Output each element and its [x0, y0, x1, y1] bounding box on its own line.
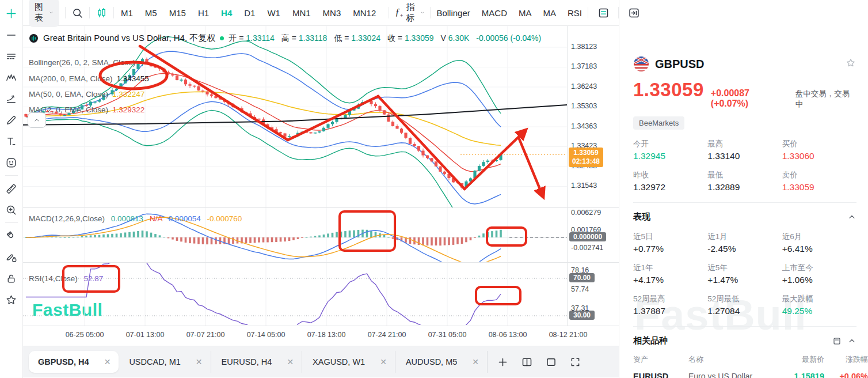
brush-icon[interactable]	[4, 112, 19, 127]
indicator-shortcuts: BollingerMACDMAMARSI	[436, 8, 582, 18]
trading-app: 图表 M1M5M15H1H4D1W1MN1MN3MN12 ƒ+ 指标 Bolli…	[0, 0, 868, 378]
chevron-up-icon[interactable]	[847, 213, 856, 222]
timeframe-mn3[interactable]: MN3	[322, 7, 342, 19]
split-layout-icon[interactable]	[519, 354, 535, 370]
related-table: 资产名称最新价涨跌幅EURUSDEuro vs US Dollar1.15819…	[633, 352, 856, 378]
chart-tabs-bar: GBPUSD, H4✕USDCAD, M1✕EURUSD, H4✕XAGUSD,…	[23, 346, 619, 377]
related-title: 相关品种	[633, 335, 668, 346]
drawing-toolbar	[0, 0, 23, 378]
text-icon[interactable]	[4, 134, 19, 149]
collapse-legend-button[interactable]	[28, 112, 46, 128]
price-axis-tick: 1.38123	[571, 43, 597, 51]
chart-tab-audusd[interactable]: AUDUSD, M5✕	[397, 351, 488, 373]
timeframe-mn12[interactable]: MN12	[352, 7, 377, 19]
parallel-lines-icon[interactable]	[4, 48, 19, 63]
ruler-icon[interactable]	[4, 181, 19, 196]
timeframe-m5[interactable]: M5	[144, 7, 158, 19]
close-tab-icon[interactable]: ✕	[287, 357, 294, 366]
gbpusd-flag-icon	[633, 56, 649, 72]
chart-main: 图表 M1M5M15H1H4D1W1MN1MN3MN12 ƒ+ 指标 Bolli…	[23, 0, 619, 378]
date-axis-label: 07-31 05:00	[428, 331, 467, 339]
price-axis-tick: 1.36243	[571, 82, 597, 90]
symbol-title-row: Great Britain Pound vs US Dollar, H4, 不复…	[29, 33, 541, 44]
fullscreen-icon[interactable]	[567, 354, 583, 370]
close-tab-icon[interactable]: ✕	[196, 357, 203, 366]
chart-tab-gbpusd[interactable]: GBPUSD, H4✕	[29, 351, 119, 373]
close-tab-icon[interactable]: ✕	[380, 357, 387, 366]
trendline-icon[interactable]	[4, 27, 19, 42]
single-layout-icon[interactable]	[543, 354, 559, 370]
lock-icon[interactable]	[4, 271, 19, 286]
stat-昨收: 昨收1.32972	[633, 170, 707, 192]
ohlc-values: 开 = 1.33114高 = 1.33118低 = 1.33024收 = 1.3…	[229, 33, 541, 44]
close-tab-icon[interactable]: ✕	[104, 357, 111, 366]
stat-最低: 最低1.32889	[707, 170, 782, 192]
timeframe-mn1[interactable]: MN1	[291, 7, 312, 19]
performance-grid: 近5日+0.77%近1月-2.45%近6月+6.41%近1年+4.17%近5年+…	[633, 232, 856, 316]
search-icon[interactable]	[71, 5, 83, 21]
related-section-header[interactable]: 相关品种	[633, 335, 856, 346]
perf-近6月: 近6月+6.41%	[782, 232, 856, 254]
ohlc-item: V 6.30K	[441, 33, 470, 44]
chart-area[interactable]: FastBull Great Britain Pound vs US Dolla…	[23, 26, 619, 346]
arrow-curve-icon[interactable]	[4, 91, 19, 106]
instrument-logo-icon	[29, 33, 39, 43]
legend-ma12: MA(12, 0, EMA, Close)1.329322	[29, 105, 144, 114]
chevron-down-icon	[49, 9, 54, 16]
timeframe-h4[interactable]: H4	[220, 7, 233, 19]
legend-bollinger: Bollinger(26, 0, 2, SMA, Close)	[29, 58, 135, 67]
related-row-eurusd[interactable]: EURUSDEuro vs US Dollar1.15819+0.06%	[633, 367, 856, 378]
close-tab-icon[interactable]: ✕	[472, 357, 479, 366]
timeframe-d1[interactable]: D1	[243, 7, 256, 19]
chart-tab-usdcad[interactable]: USDCAD, M1✕	[120, 351, 211, 373]
panel-list-icon[interactable]	[832, 337, 842, 346]
chart-tab-eurusd[interactable]: EURUSD, H4✕	[212, 351, 303, 373]
rsi-level-badge: 70.00	[569, 273, 595, 282]
zoom-in-icon[interactable]	[4, 202, 19, 217]
chart-toolbar: 图表 M1M5M15H1H4D1W1MN1MN3MN12 ƒ+ 指标 Bolli…	[23, 0, 619, 26]
legend-ma50: MA(50, 0, EMA, Close)1.332247	[29, 90, 144, 99]
indicator-shortcut-ma-3[interactable]: MA	[543, 8, 556, 18]
timeframe-m15[interactable]: M15	[168, 7, 187, 19]
price-axis-tick: 1.34363	[571, 122, 597, 130]
indicators-label: 指标	[406, 2, 417, 24]
brush-lock-icon[interactable]	[4, 250, 19, 264]
indicator-shortcut-macd-1[interactable]: MACD	[482, 8, 507, 18]
price-axis-tick: 1.37183	[571, 62, 597, 70]
quote-change: +0.00087 (+0.07%)	[711, 88, 789, 109]
ohlc-change: -0.00056 (-0.04%)	[476, 33, 541, 44]
indicator-shortcut-bollinger-0[interactable]: Bollinger	[436, 8, 470, 18]
perf-最大跌幅: 最大跌幅49.25%	[782, 294, 856, 316]
perf-近1月: 近1月-2.45%	[707, 232, 782, 254]
chevron-up-icon[interactable]	[847, 337, 856, 346]
indicator-shortcut-rsi-4[interactable]: RSI	[568, 8, 582, 18]
indicators-button[interactable]: ƒ+ 指标	[395, 2, 424, 24]
emoji-icon[interactable]	[4, 155, 19, 170]
magnet-icon[interactable]	[4, 228, 19, 243]
chart-tab-xagusd[interactable]: XAGUSD, W1✕	[303, 351, 395, 373]
star-icon[interactable]	[4, 292, 19, 307]
performance-section-header[interactable]: 表现	[633, 211, 856, 222]
layout-template-icon[interactable]	[595, 5, 611, 21]
perf-52周最低: 52周最低1.27084	[707, 294, 782, 316]
legend-ma200: MA(200, 0, EMA, Close)1.343455	[29, 74, 149, 83]
performance-title: 表现	[633, 211, 650, 222]
indicator-shortcut-ma-2[interactable]: MA	[519, 8, 532, 18]
crosshair-icon[interactable]	[4, 6, 19, 21]
fx-icon: ƒ+	[395, 6, 403, 18]
date-axis-label: 08-06 13:00	[489, 331, 527, 339]
legend-rsi: RSI(14,Close) 52.87	[29, 274, 103, 283]
favorite-star-icon[interactable]	[845, 57, 856, 71]
ohlc-item: 低 = 1.33024	[334, 33, 380, 44]
pattern-icon[interactable]	[4, 70, 19, 85]
timeframe-w1[interactable]: W1	[266, 7, 281, 19]
add-tab-button[interactable]	[494, 354, 511, 370]
broker-chip[interactable]: BeeMarkets	[633, 116, 684, 130]
chart-type-menu[interactable]: 图表	[29, 0, 59, 27]
tab-actions	[494, 354, 583, 370]
timeframe-m1[interactable]: M1	[120, 7, 134, 19]
related-header-row: 资产名称最新价涨跌幅	[633, 352, 856, 367]
perf-近5年: 近5年+1.47%	[707, 263, 782, 285]
timeframe-h1[interactable]: H1	[197, 7, 210, 19]
candlestick-style-icon[interactable]	[96, 5, 108, 21]
